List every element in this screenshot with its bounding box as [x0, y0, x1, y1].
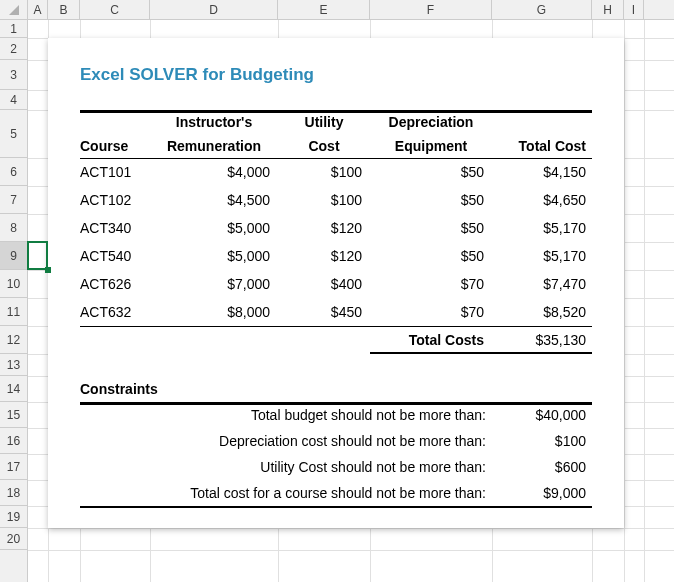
course-name-1: ACT102 [80, 186, 150, 214]
sheet-content[interactable]: Excel SOLVER for Budgeting CourseInstruc… [28, 20, 674, 582]
row-header-1[interactable]: 1 [0, 20, 27, 38]
column-header-A[interactable]: A [28, 0, 48, 19]
course-total-1: $4,650 [492, 186, 592, 214]
column-header-D[interactable]: D [150, 0, 278, 19]
course-total-4: $7,470 [492, 270, 592, 298]
row-header-19[interactable]: 19 [0, 506, 27, 528]
course-dep-5: $70 [370, 298, 492, 326]
course-total-2: $5,170 [492, 214, 592, 242]
row-header-6[interactable]: 6 [0, 158, 27, 186]
row-header-13[interactable]: 13 [0, 354, 27, 376]
column-header-B[interactable]: B [48, 0, 80, 19]
course-util-2: $120 [278, 214, 370, 242]
row-header-18[interactable]: 18 [0, 480, 27, 506]
course-dep-4: $70 [370, 270, 492, 298]
constraint-label-0: Total budget should not be more than: [80, 402, 492, 428]
total-costs-value: $35,130 [492, 326, 592, 354]
row-header-15[interactable]: 15 [0, 402, 27, 428]
select-all-corner[interactable] [0, 0, 28, 20]
header-depreciation-1: Depreciation [370, 110, 492, 134]
header-depreciation-2: Equipment [370, 134, 492, 158]
header-utility-1: Utility [278, 110, 370, 134]
course-remu-4: $7,000 [150, 270, 278, 298]
course-remu-3: $5,000 [150, 242, 278, 270]
course-remu-2: $5,000 [150, 214, 278, 242]
constraints-title: Constraints [80, 376, 370, 402]
row-header-14[interactable]: 14 [0, 376, 27, 402]
course-util-1: $100 [278, 186, 370, 214]
course-name-5: ACT632 [80, 298, 150, 326]
column-header-H[interactable]: H [592, 0, 624, 19]
selection-fill-handle[interactable] [45, 267, 51, 273]
course-util-3: $120 [278, 242, 370, 270]
course-total-5: $8,520 [492, 298, 592, 326]
header-course: Course [80, 134, 150, 158]
row-header-8[interactable]: 8 [0, 214, 27, 242]
course-name-3: ACT540 [80, 242, 150, 270]
header-remuneration-2: Remuneration [150, 134, 278, 158]
course-name-4: ACT626 [80, 270, 150, 298]
header-remuneration-1: Instructor's [150, 110, 278, 134]
course-total-3: $5,170 [492, 242, 592, 270]
column-header-I[interactable]: I [624, 0, 644, 19]
row-header-9[interactable]: 9 [0, 242, 27, 270]
course-total-0: $4,150 [492, 158, 592, 186]
course-dep-1: $50 [370, 186, 492, 214]
constraint-value-1: $100 [492, 428, 592, 454]
selection-outline [27, 241, 48, 270]
constraint-label-1: Depreciation cost should not be more tha… [80, 428, 492, 454]
row-header-5[interactable]: 5 [0, 110, 27, 158]
row-header-2[interactable]: 2 [0, 38, 27, 60]
header-total: Total Cost [492, 134, 592, 158]
total-costs-label: Total Costs [370, 326, 492, 354]
constraint-label-2: Utility Cost should not be more than: [80, 454, 492, 480]
constraint-value-2: $600 [492, 454, 592, 480]
row-header-20[interactable]: 20 [0, 528, 27, 550]
constraint-value-0: $40,000 [492, 402, 592, 428]
course-dep-2: $50 [370, 214, 492, 242]
column-headers[interactable]: ABCDEFGHI [28, 0, 674, 20]
row-header-16[interactable]: 16 [0, 428, 27, 454]
row-header-11[interactable]: 11 [0, 298, 27, 326]
constraint-label-3: Total cost for a course should not be mo… [80, 480, 492, 506]
spreadsheet: ABCDEFGHI 123456789101112131415161718192… [0, 0, 674, 582]
course-remu-0: $4,000 [150, 158, 278, 186]
column-header-E[interactable]: E [278, 0, 370, 19]
constraint-value-3: $9,000 [492, 480, 592, 506]
row-header-3[interactable]: 3 [0, 60, 27, 90]
row-header-7[interactable]: 7 [0, 186, 27, 214]
course-name-0: ACT101 [80, 158, 150, 186]
column-header-G[interactable]: G [492, 0, 592, 19]
course-util-0: $100 [278, 158, 370, 186]
course-util-5: $450 [278, 298, 370, 326]
course-name-2: ACT340 [80, 214, 150, 242]
column-header-F[interactable]: F [370, 0, 492, 19]
column-header-C[interactable]: C [80, 0, 150, 19]
row-header-12[interactable]: 12 [0, 326, 27, 354]
row-headers[interactable]: 1234567891011121314151617181920 [0, 20, 28, 582]
header-utility-2: Cost [278, 134, 370, 158]
course-util-4: $400 [278, 270, 370, 298]
course-dep-3: $50 [370, 242, 492, 270]
course-remu-1: $4,500 [150, 186, 278, 214]
row-header-10[interactable]: 10 [0, 270, 27, 298]
row-header-4[interactable]: 4 [0, 90, 27, 110]
row-header-17[interactable]: 17 [0, 454, 27, 480]
course-dep-0: $50 [370, 158, 492, 186]
page-title: Excel SOLVER for Budgeting [80, 60, 314, 90]
course-remu-5: $8,000 [150, 298, 278, 326]
